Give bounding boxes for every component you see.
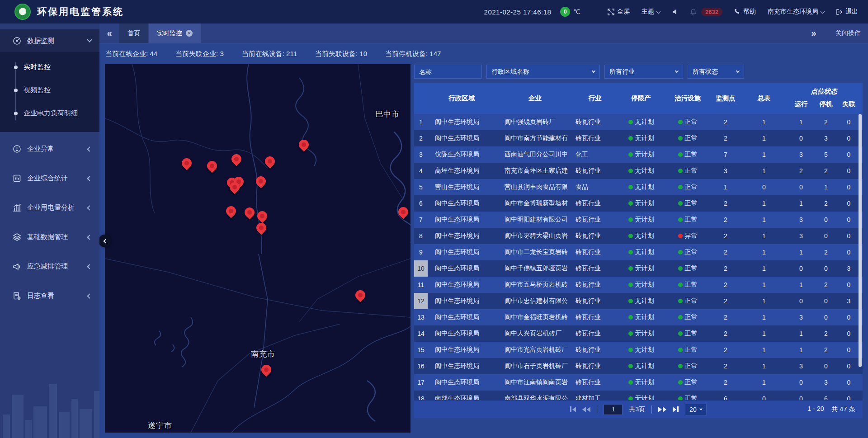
- cell-monitor-points: 2: [708, 330, 743, 337]
- status-dot: [678, 250, 683, 254]
- tab-close-icon[interactable]: ✕: [186, 30, 193, 37]
- cell-region: 阆中生态环境局: [428, 232, 495, 240]
- sidebar-item-realtime-monitoring[interactable]: 实时监控: [0, 56, 99, 79]
- cell-treatment: 正常: [667, 264, 708, 273]
- sidebar-item-base-data-management[interactable]: 基础数据管理: [0, 225, 99, 250]
- row-index: 5: [414, 179, 428, 195]
- top-header: 环保用电监管系统 2021-02-25 17:46:18 0 ℃ 全屏 主题 2…: [0, 0, 868, 24]
- page-number-input[interactable]: [604, 404, 623, 415]
- tab-realtime-monitoring[interactable]: 实时监控 ✕: [149, 24, 201, 43]
- table-row[interactable]: 4 高坪生态环境局 南充市高坪区王家店建 砖瓦行业 无计划 正常 3 1 2 2…: [414, 163, 863, 179]
- filter-bar: 行政区域名称 所有行业 所有状态: [414, 65, 863, 79]
- sidebar-item-power-load-detail[interactable]: 企业电力负荷明细: [0, 102, 99, 125]
- table-row[interactable]: 17 阆中生态环境局 阆中市江南镇阆南页岩 砖瓦行业 无计划 正常 2 1 0 …: [414, 374, 863, 391]
- last-page-button[interactable]: [673, 406, 679, 412]
- cell-running: 1: [785, 118, 817, 126]
- cell-monitor-points: 2: [708, 363, 743, 370]
- table-row[interactable]: 5 营山生态环境局 营山县润丰肉食品有限 食品 无计划 正常 1 0 0 1 0: [414, 179, 863, 195]
- bell-icon: [690, 9, 697, 15]
- fullscreen-button[interactable]: 全屏: [608, 8, 630, 16]
- industry-filter-select[interactable]: 所有行业: [604, 65, 683, 79]
- region-filter-select[interactable]: 行政区域名称: [486, 65, 600, 79]
- layers-icon: [12, 233, 21, 242]
- table-row[interactable]: 10 阆中生态环境局 阆中千佛镇五郎垭页岩 砖瓦行业 无计划 正常 2 1 0 …: [414, 260, 863, 277]
- logout-button[interactable]: 退出: [836, 8, 858, 16]
- mute-button[interactable]: [672, 9, 678, 15]
- enterprise-table-panel: 行政区域名称 所有行业 所有状态 行政区域 企业 行业 停限产 治污设施 监测点…: [414, 64, 863, 418]
- cell-region: 阆中生态环境局: [428, 297, 495, 305]
- sidebar-collapse-button[interactable]: [99, 235, 111, 247]
- cell-total-meter: 1: [743, 249, 785, 256]
- sidebar-item-power-usage-analysis[interactable]: 企业用电量分析: [0, 195, 99, 220]
- cell-monitor-points: 2: [708, 265, 743, 272]
- tab-home[interactable]: 首页: [119, 24, 149, 43]
- table-row[interactable]: 3 仪陇生态环境局 西南油气田分公司川中 化工 无计划 正常 7 1 3 5 0: [414, 146, 863, 163]
- cell-monitor-points: 2: [708, 281, 743, 288]
- table-scrollbar[interactable]: [859, 114, 862, 400]
- cell-region: 阆中生态环境局: [428, 346, 495, 354]
- table-row[interactable]: 9 阆中生态环境局 阆中市二龙长宝页岩砖 砖瓦行业 无计划 正常 2 1 1 2…: [414, 244, 863, 260]
- col-header-lost: 失联: [835, 100, 863, 114]
- table-row[interactable]: 15 阆中生态环境局 阆中市光富页岩机砖厂 砖瓦行业 无计划 正常 2 1 1 …: [414, 342, 863, 358]
- tabs-scroll-right-button[interactable]: »: [804, 28, 824, 38]
- stats-bar: 当前在线企业: 44 当前失联企业: 3 当前在线设备: 211 当前失联设备:…: [99, 43, 868, 64]
- first-page-button[interactable]: [570, 406, 576, 412]
- sidebar-item-log-view[interactable]: 日志查看: [0, 283, 99, 308]
- row-index: 12: [414, 293, 428, 309]
- row-index: 1: [414, 114, 428, 130]
- table-row[interactable]: 18 南部生态环境局 南部县双华水泥有限公 建材加工 无计划 正常 6 0 0 …: [414, 391, 863, 400]
- table-row[interactable]: 13 阆中生态环境局 阆中市金福旺页岩机砖 砖瓦行业 无计划 正常 2 1 3 …: [414, 309, 863, 325]
- main-content: 巴中市 南充市 遂宁市: [99, 64, 868, 438]
- cell-company: 阆中大兴页岩机砖厂: [495, 330, 575, 338]
- enterprise-table: 行政区域 企业 行业 停限产 治污设施 监测点 总表 点位状态 运行 停机 失联…: [414, 83, 863, 418]
- close-operations-button[interactable]: 关闭操作: [835, 29, 861, 38]
- table-row[interactable]: 6 阆中生态环境局 阆中市金博瑞新型墙材 砖瓦行业 无计划 正常 2 1 1 2…: [414, 195, 863, 212]
- sidebar-item-enterprise-statistics[interactable]: 企业综合统计: [0, 166, 99, 191]
- cell-industry: 食品: [575, 183, 615, 191]
- table-row[interactable]: 12 阆中生态环境局 阆中市忠信建材有限公 砖瓦行业 无计划 正常 2 1 0 …: [414, 293, 863, 309]
- tabs-scroll-left-button[interactable]: «: [99, 24, 119, 43]
- next-page-button[interactable]: [658, 407, 666, 412]
- bar-chart-icon: [12, 203, 21, 212]
- cell-running: 0: [785, 135, 817, 142]
- name-filter-input[interactable]: [414, 65, 482, 79]
- table-row[interactable]: 16 阆中生态环境局 阆中市石子页岩机砖厂 砖瓦行业 无计划 正常 2 1 3 …: [414, 358, 863, 374]
- sidebar-item-emergency-reduction[interactable]: 应急减排管理: [0, 254, 99, 279]
- sidebar-item-enterprise-anomaly[interactable]: 企业异常: [0, 137, 99, 161]
- app-title: 环保用电监管系统: [37, 5, 124, 18]
- sidebar-item-video-monitoring[interactable]: 视频监控: [0, 79, 99, 102]
- cell-stop-limit: 无计划: [615, 199, 667, 207]
- table-row[interactable]: 11 阆中生态环境局 阆中市五马桥页岩机砖 砖瓦行业 无计划 正常 2 1 1 …: [414, 277, 863, 293]
- cell-treatment: 正常: [667, 118, 708, 126]
- help-button[interactable]: 帮助: [734, 8, 756, 16]
- cell-treatment: 正常: [667, 183, 708, 191]
- cell-total-meter: 1: [743, 281, 785, 288]
- page-size-select[interactable]: 20: [685, 404, 707, 415]
- status-dot: [678, 283, 683, 287]
- cell-monitor-points: 2: [708, 216, 743, 223]
- prev-page-button[interactable]: [582, 407, 590, 412]
- cell-stopped: 2: [817, 167, 835, 174]
- cell-treatment: 异常: [667, 232, 708, 240]
- chevron-left-icon: [104, 239, 108, 243]
- cell-treatment: 正常: [667, 281, 708, 289]
- org-user-dropdown[interactable]: 南充市生态环境局: [768, 8, 824, 16]
- table-row[interactable]: 14 阆中生态环境局 阆中大兴页岩机砖厂 砖瓦行业 无计划 正常 2 1 1 2…: [414, 325, 863, 342]
- cell-stopped: 2: [817, 118, 835, 126]
- cell-industry: 砖瓦行业: [575, 232, 615, 240]
- table-row[interactable]: 2 阆中生态环境局 阆中市南方节能建材有 砖瓦行业 无计划 正常 2 1 0 3…: [414, 130, 863, 146]
- map-canvas[interactable]: 巴中市 南充市 遂宁市: [105, 64, 410, 433]
- table-row[interactable]: 7 阆中生态环境局 阆中明阳建材有限公司 砖瓦行业 无计划 正常 2 1 3 0…: [414, 212, 863, 228]
- cell-region: 营山生态环境局: [428, 183, 495, 191]
- cell-total-meter: 1: [743, 363, 785, 370]
- table-row[interactable]: 8 阆中生态环境局 阆中市枣碧大梁山页岩 砖瓦行业 无计划 异常 2 1 3 0…: [414, 228, 863, 244]
- notifications[interactable]: 2632: [690, 8, 722, 16]
- cell-total-meter: 1: [743, 200, 785, 207]
- status-filter-select[interactable]: 所有状态: [688, 65, 744, 79]
- cell-monitor-points: 3: [708, 167, 743, 174]
- table-row[interactable]: 1 阆中生态环境局 阆中强锐页岩砖厂 砖瓦行业 无计划 正常 2 1 1 2 0: [414, 114, 863, 130]
- theme-dropdown[interactable]: 主题: [642, 8, 660, 16]
- sidebar-item-data-monitoring[interactable]: 数据监测: [0, 29, 99, 52]
- scrollbar-thumb[interactable]: [859, 114, 862, 367]
- cell-running: 1: [785, 200, 817, 207]
